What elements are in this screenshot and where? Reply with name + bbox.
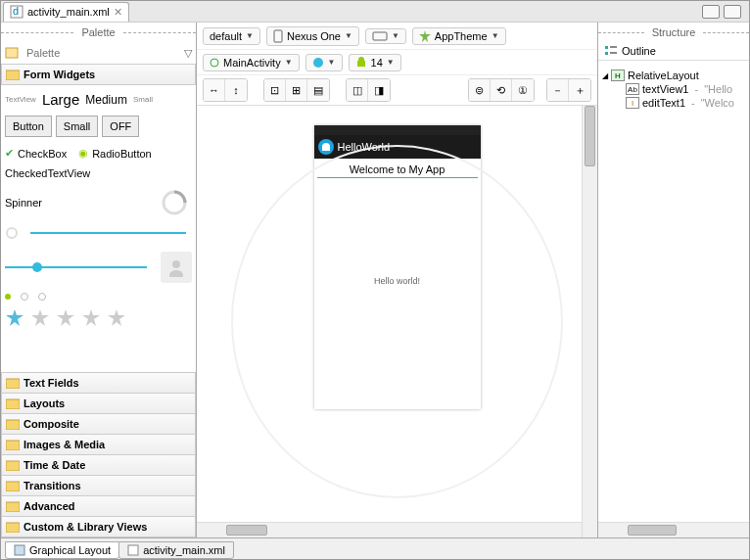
- emulate-size-button[interactable]: ◫: [347, 79, 368, 101]
- widget-quickcontact[interactable]: [161, 252, 192, 283]
- zoom-in-button[interactable]: ＋: [569, 79, 590, 101]
- preview-textview[interactable]: Hello world!: [317, 276, 478, 286]
- svg-rect-17: [6, 461, 20, 471]
- expand-icon[interactable]: ◢: [602, 71, 608, 80]
- drawer-form-widgets[interactable]: Form Widgets: [1, 64, 196, 85]
- editor-viewport[interactable]: HelloWorld Welcome to My App Hello world…: [197, 105, 597, 537]
- folder-icon: [6, 419, 20, 430]
- widget-text-medium[interactable]: Medium: [85, 93, 127, 107]
- folder-icon: [6, 398, 20, 409]
- widget-textview-tiny[interactable]: TextView: [5, 95, 36, 104]
- config-api-dropdown[interactable]: 14▼: [349, 54, 401, 71]
- tab-graphical-layout[interactable]: Graphical Layout: [5, 541, 119, 559]
- tree-edittext1[interactable]: I editText1 - "Welco: [626, 96, 745, 110]
- widget-radiobutton[interactable]: ◉RadioButton: [78, 147, 152, 160]
- widget-seekbar-2[interactable]: [5, 262, 147, 272]
- widget-spinner[interactable]: Spinner: [5, 197, 42, 209]
- file-tab-label: activity_main.xml: [27, 6, 110, 18]
- textview-icon: Ab: [626, 83, 639, 95]
- dropdown-icon[interactable]: ▽: [184, 47, 192, 60]
- drawer-custom-library[interactable]: Custom & Library Views: [1, 516, 196, 537]
- zoom-fit-button[interactable]: ⊜: [469, 79, 491, 101]
- structure-button[interactable]: ▤: [307, 79, 329, 101]
- radio-on-icon[interactable]: [5, 294, 11, 300]
- xml-tab-icon: [127, 544, 139, 556]
- vertical-scrollbar[interactable]: [582, 106, 597, 537]
- file-tab-activity-main[interactable]: d activity_main.xml ✕: [3, 2, 129, 22]
- clip-button[interactable]: ◨: [368, 79, 390, 101]
- progress-circle-icon[interactable]: [161, 189, 188, 216]
- zoom-100-button[interactable]: ①: [512, 79, 534, 101]
- svg-rect-2: [6, 48, 18, 58]
- svg-point-24: [211, 59, 218, 67]
- progress-small-icon[interactable]: [5, 226, 19, 240]
- drawer-layouts[interactable]: Layouts: [1, 393, 196, 414]
- widget-small-button[interactable]: Small: [56, 116, 99, 137]
- palette-search-input[interactable]: [23, 44, 180, 62]
- widget-ratingbar[interactable]: [5, 306, 192, 330]
- svg-marker-23: [419, 30, 431, 42]
- drawer-composite[interactable]: Composite: [1, 413, 196, 435]
- device-titlebar: HelloWorld: [314, 135, 481, 159]
- outline-h-scrollbar[interactable]: [598, 522, 749, 537]
- svg-marker-9: [31, 309, 49, 326]
- radio-off-icon[interactable]: [21, 293, 28, 301]
- palette-form-widgets-content: TextView Large Medium Small Button Small…: [1, 85, 196, 373]
- widget-text-large[interactable]: Large: [42, 91, 79, 108]
- widget-seekbar-1[interactable]: [30, 232, 186, 234]
- config-locale-dropdown[interactable]: ▼: [305, 54, 343, 71]
- drawer-text-fields[interactable]: Text Fields: [1, 372, 196, 394]
- tree-relativelayout[interactable]: ◢ H RelativeLayout: [602, 69, 745, 82]
- config-activity-dropdown[interactable]: MainActivity▼: [203, 54, 300, 71]
- config-device-dropdown[interactable]: Nexus One▼: [266, 26, 359, 46]
- zoom-out-button[interactable]: －: [547, 79, 569, 101]
- folder-icon: [6, 378, 20, 389]
- svg-rect-16: [6, 441, 20, 450]
- outline-tab[interactable]: Outline: [598, 42, 749, 61]
- edittext-icon: I: [626, 97, 639, 109]
- config-bar: default▼ Nexus One▼ ▼ AppTheme▼: [197, 23, 597, 50]
- svg-rect-22: [373, 32, 387, 40]
- svg-point-6: [172, 260, 180, 268]
- svg-rect-29: [610, 46, 617, 48]
- layout-toolbar: ↔ ↕ ⊡ ⊞ ▤ ◫ ◨ ⊜ ⟲ ① － ＋: [197, 75, 597, 105]
- android-icon: [355, 57, 367, 69]
- toggle-fill-height-button[interactable]: ↕: [225, 79, 247, 101]
- zoom-reset-button[interactable]: ⟲: [491, 79, 512, 101]
- layout-tab-icon: [14, 544, 25, 556]
- svg-rect-32: [15, 545, 24, 555]
- drawer-time-date[interactable]: Time & Date: [1, 454, 196, 476]
- maximize-icon[interactable]: [724, 5, 741, 19]
- config-orientation-dropdown[interactable]: ▼: [365, 28, 406, 44]
- horizontal-scrollbar[interactable]: [197, 522, 582, 537]
- svg-point-27: [358, 57, 364, 63]
- phone-icon: [273, 29, 283, 43]
- widget-checkedtextview[interactable]: CheckedTextView: [5, 167, 90, 179]
- preview-edittext[interactable]: Welcome to My App: [317, 162, 478, 178]
- minimize-icon[interactable]: [702, 5, 720, 19]
- drawer-images-media[interactable]: Images & Media: [1, 434, 196, 455]
- svg-marker-10: [57, 309, 74, 326]
- show-constraints-button[interactable]: ⊡: [264, 79, 286, 101]
- toggle-fill-width-button[interactable]: ↔: [204, 79, 225, 101]
- device-preview[interactable]: HelloWorld Welcome to My App Hello world…: [314, 125, 481, 409]
- widget-text-small[interactable]: Small: [133, 95, 153, 104]
- drawer-advanced[interactable]: Advanced: [1, 495, 196, 517]
- widget-button[interactable]: Button: [5, 116, 52, 137]
- tree-textview1[interactable]: Ab textView1 - "Hello: [626, 82, 745, 96]
- close-icon[interactable]: ✕: [114, 6, 122, 19]
- config-default-dropdown[interactable]: default▼: [203, 27, 260, 45]
- widget-checkbox[interactable]: ✔CheckBox: [5, 147, 67, 160]
- drawer-transitions[interactable]: Transitions: [1, 475, 196, 496]
- svg-point-25: [313, 58, 323, 68]
- svg-rect-30: [605, 52, 608, 55]
- show-layout-button[interactable]: ⊞: [286, 79, 307, 101]
- svg-rect-31: [610, 52, 617, 54]
- tab-xml-source[interactable]: activity_main.xml: [118, 541, 234, 559]
- folder-icon: [6, 501, 20, 512]
- radio-off-icon-2[interactable]: [38, 293, 46, 301]
- widget-togglebutton[interactable]: OFF: [102, 116, 139, 137]
- globe-icon: [312, 57, 324, 69]
- folder-icon: [6, 440, 20, 450]
- config-theme-dropdown[interactable]: AppTheme▼: [412, 27, 506, 45]
